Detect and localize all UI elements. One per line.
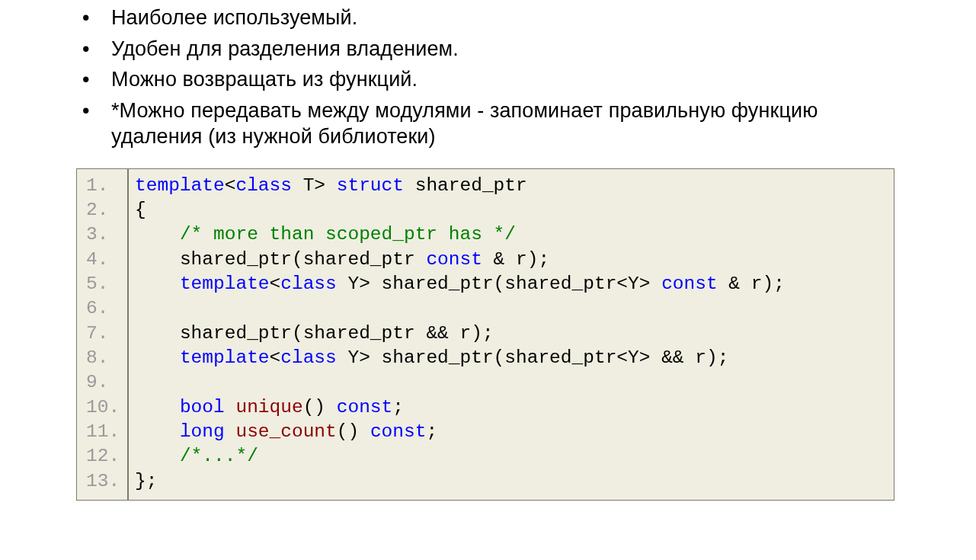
bullet-text: *Можно передавать между модулями - запом…	[111, 99, 818, 149]
code-token: Y	[347, 274, 359, 294]
code-token	[135, 421, 180, 442]
code-token: Y	[628, 274, 639, 294]
code-token: >	[359, 274, 381, 294]
code-token: & r);	[718, 274, 785, 294]
code-token: shared_ptr	[303, 323, 415, 344]
code-token: const	[370, 421, 427, 442]
code-token: /*...*/	[180, 446, 258, 466]
code-token: shared_ptr	[303, 249, 415, 270]
code-token: };	[135, 471, 157, 491]
code-line-number: 5.	[86, 272, 120, 296]
code-token	[225, 421, 236, 442]
code-token: (	[494, 274, 505, 294]
code-token: shared_ptr	[504, 347, 616, 368]
code-token: const	[661, 274, 718, 294]
bullet-list: Наиболее используемый. Удобен для раздел…	[76, 5, 900, 150]
code-token: ()	[303, 397, 337, 418]
code-token: shared_ptr	[382, 274, 494, 294]
code-token: long	[180, 421, 225, 442]
code-line: shared_ptr(shared_ptr && r);	[135, 322, 785, 346]
code-block: 1.2.3.4.5.6.7.8.9.10.11.12.13. template<…	[76, 168, 894, 501]
code-line	[135, 296, 785, 321]
code-line: {	[135, 198, 785, 222]
bullet-item: Можно возвращать из функций.	[76, 66, 900, 93]
code-token: bool	[180, 397, 225, 418]
code-token: ;	[392, 397, 404, 418]
code-line-number: 13.	[86, 469, 120, 494]
code-token: shared_ptr	[180, 249, 292, 270]
code-token: >	[359, 347, 381, 368]
code-token	[292, 175, 303, 196]
code-token	[135, 323, 180, 344]
code-token	[337, 347, 348, 368]
code-token: class	[280, 274, 337, 294]
code-line-number: 7.	[86, 322, 120, 346]
code-token: && r);	[415, 323, 494, 344]
code-line-number: 4.	[86, 248, 120, 272]
code-token: <	[616, 274, 628, 294]
code-token: shared_ptr	[382, 347, 494, 368]
code-token: class	[280, 347, 337, 368]
code-token: shared_ptr	[415, 175, 527, 196]
code-line: template<class Y> shared_ptr(shared_ptr<…	[135, 272, 785, 296]
code-token: & r);	[482, 249, 549, 270]
code-token: shared_ptr	[180, 323, 292, 344]
code-line: long use_count() const;	[135, 420, 785, 444]
code-line: /*...*/	[135, 444, 785, 469]
code-token: const	[337, 397, 393, 418]
code-token: <	[616, 347, 628, 368]
code-token: (	[292, 323, 303, 344]
code-token: Y	[347, 347, 359, 368]
code-token: struct	[337, 175, 404, 196]
code-line-number: 11.	[86, 420, 120, 444]
code-line-number: 2.	[86, 198, 120, 222]
code-line-number: 6.	[86, 296, 120, 321]
code-token: <	[270, 274, 281, 294]
code-line-number: 9.	[86, 370, 120, 395]
code-line-number: 10.	[86, 395, 120, 420]
code-token: > && r);	[639, 347, 729, 368]
code-line: template<class T> struct shared_ptr	[135, 174, 785, 198]
code-body: template<class T> struct shared_ptr{ /* …	[129, 169, 791, 500]
code-token: >	[639, 274, 661, 294]
bullet-item: Наиболее используемый.	[76, 5, 900, 31]
code-token	[135, 274, 180, 294]
code-token: /* more than scoped_ptr has */	[180, 224, 516, 245]
code-token	[225, 397, 236, 418]
bullet-text: Можно возвращать из функций.	[111, 68, 418, 91]
code-line: };	[135, 469, 785, 494]
code-token	[337, 274, 348, 294]
code-token: (	[494, 347, 505, 368]
code-token: Y	[628, 347, 639, 368]
code-token: use_count	[235, 421, 336, 442]
code-token: shared_ptr	[504, 274, 616, 294]
code-token	[415, 249, 427, 270]
code-line: shared_ptr(shared_ptr const & r);	[135, 248, 785, 272]
bullet-text: Наиболее используемый.	[111, 6, 357, 29]
code-token	[404, 175, 415, 196]
code-token: (	[292, 249, 303, 270]
bullet-item: *Можно передавать между модулями - запом…	[76, 98, 900, 150]
code-line-number: 1.	[86, 174, 120, 198]
bullet-item: Удобен для разделения владением.	[76, 36, 900, 62]
code-token: >	[314, 175, 336, 196]
code-token: ()	[337, 421, 370, 442]
code-line-number: 8.	[86, 346, 120, 370]
code-token	[135, 446, 180, 466]
code-line-number: 12.	[86, 444, 120, 469]
code-token: ;	[426, 421, 437, 442]
code-token	[135, 249, 180, 270]
slide-content: Наиболее используемый. Удобен для раздел…	[0, 5, 976, 501]
code-line: /* more than scoped_ptr has */	[135, 222, 785, 247]
code-token: class	[235, 175, 292, 196]
bullet-text: Удобен для разделения владением.	[111, 37, 459, 60]
code-token: <	[225, 175, 236, 196]
code-token: const	[426, 249, 482, 270]
code-gutter: 1.2.3.4.5.6.7.8.9.10.11.12.13.	[77, 169, 129, 500]
code-line	[135, 370, 785, 395]
code-token: template	[180, 274, 270, 294]
code-token: <	[270, 347, 281, 368]
code-line-number: 3.	[86, 222, 120, 247]
code-token: T	[303, 175, 315, 196]
code-token: template	[180, 347, 270, 368]
